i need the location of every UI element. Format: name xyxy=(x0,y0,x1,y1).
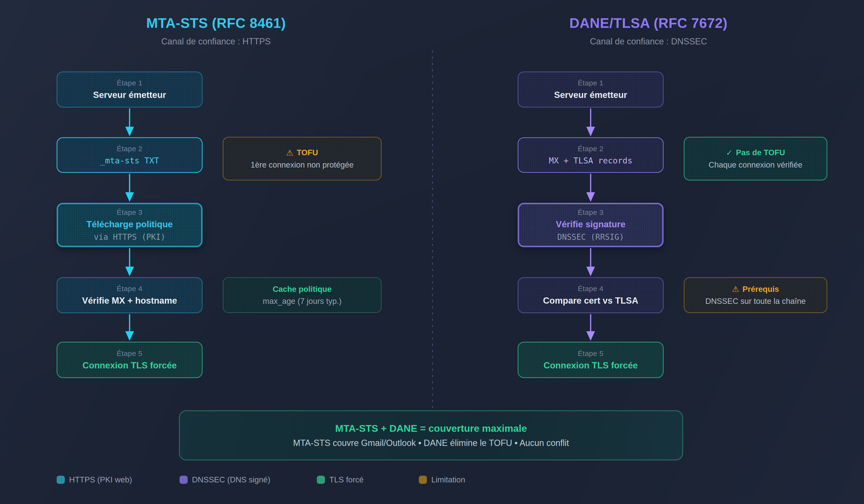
dane-subtitle: Canal de confiance : DNSSEC xyxy=(528,36,768,47)
legend-item-dnssec: DNSSEC (DNS signé) xyxy=(180,475,270,484)
step-title: Télécharge politique xyxy=(86,219,173,229)
step-label: Étape 2 xyxy=(117,145,143,153)
legend-label: HTTPS (PKI web) xyxy=(69,475,132,484)
step-title: MX + TLSA records xyxy=(549,156,632,165)
flow-arrow-down-icon xyxy=(590,108,591,136)
step-detail: via HTTPS (PKI) xyxy=(94,232,165,242)
annotation-body: max_age (7 jours typ.) xyxy=(263,297,341,306)
legend-item-limitation: Limitation xyxy=(419,475,465,484)
legend-swatch-https xyxy=(57,476,65,484)
summary-body: MTA-STS couvre Gmail/Outlook • DANE élim… xyxy=(293,438,569,448)
dane-step-3: Étape 3 Vérifie signature DNSSEC (RRSIG) xyxy=(518,203,663,247)
annotation-title: ⚠ TOFU xyxy=(286,148,318,157)
annotation-body: Chaque connexion vérifiée xyxy=(709,160,803,169)
dane-step-1: Étape 1 Serveur émetteur xyxy=(518,72,663,108)
annotation-title: ✓ Pas de TOFU xyxy=(726,148,785,157)
step-title: Compare cert vs TLSA xyxy=(543,296,638,306)
step-title: Vérifie MX + hostname xyxy=(82,296,177,306)
annotation-title-text: Pas de TOFU xyxy=(736,148,785,157)
step-title: Serveur émetteur xyxy=(554,90,627,100)
step-label: Étape 4 xyxy=(578,285,603,293)
step-title: Connexion TLS forcée xyxy=(544,360,638,371)
step-label: Étape 3 xyxy=(117,208,143,216)
dane-no-tofu-box: ✓ Pas de TOFU Chaque connexion vérifiée xyxy=(684,137,827,180)
flow-arrow-down-icon xyxy=(590,248,591,276)
legend-swatch-limitation xyxy=(419,476,427,484)
legend-item-tls: TLS forcé xyxy=(317,475,363,484)
diagram-canvas: MTA-STS (RFC 8461) Canal de confiance : … xyxy=(0,0,864,504)
legend-label: Limitation xyxy=(431,475,465,484)
mta-sts-cache-box: Cache politique max_age (7 jours typ.) xyxy=(223,277,382,313)
step-title: Serveur émetteur xyxy=(93,90,166,100)
dane-step-2: Étape 2 MX + TLSA records xyxy=(518,137,663,173)
summary-title: MTA-STS + DANE = couverture maximale xyxy=(335,423,527,434)
step-title: Vérifie signature xyxy=(556,219,625,229)
summary-box: MTA-STS + DANE = couverture maximale MTA… xyxy=(179,410,683,460)
mta-sts-step-5: Étape 5 Connexion TLS forcée xyxy=(57,342,203,378)
step-label: Étape 5 xyxy=(578,349,603,358)
flow-arrow-down-icon xyxy=(590,174,591,202)
flow-arrow-down-icon xyxy=(129,248,130,276)
legend-item-https: HTTPS (PKI web) xyxy=(57,475,132,484)
step-label: Étape 5 xyxy=(117,349,143,358)
step-label: Étape 1 xyxy=(117,79,143,87)
mta-sts-subtitle: Canal de confiance : HTTPS xyxy=(96,36,336,47)
annotation-title: ⚠ Prérequis xyxy=(732,285,779,294)
flow-arrow-down-icon xyxy=(129,108,130,136)
mta-sts-step-3: Étape 3 Télécharge politique via HTTPS (… xyxy=(57,203,203,247)
dane-step-5: Étape 5 Connexion TLS forcée xyxy=(518,342,663,378)
legend-swatch-dnssec xyxy=(180,476,188,484)
annotation-body: DNSSEC sur toute la chaîne xyxy=(705,297,806,306)
step-title: Connexion TLS forcée xyxy=(83,360,177,371)
mta-sts-step-4: Étape 4 Vérifie MX + hostname xyxy=(57,277,203,313)
annotation-title-text: Prérequis xyxy=(743,285,779,294)
mta-sts-title: MTA-STS (RFC 8461) xyxy=(96,15,336,31)
warning-icon: ⚠ xyxy=(732,285,739,294)
step-label: Étape 4 xyxy=(117,285,143,293)
annotation-title: Cache politique xyxy=(273,285,332,294)
warning-icon: ⚠ xyxy=(286,148,293,157)
flow-arrow-down-icon xyxy=(129,174,130,202)
step-label: Étape 1 xyxy=(578,79,603,87)
annotation-title-text: TOFU xyxy=(297,148,318,157)
flow-arrow-down-icon xyxy=(129,314,130,341)
check-icon: ✓ xyxy=(726,148,733,157)
center-divider xyxy=(432,50,433,409)
step-label: Étape 2 xyxy=(578,145,603,153)
mta-sts-step-1: Étape 1 Serveur émetteur xyxy=(57,72,203,108)
dane-step-4: Étape 4 Compare cert vs TLSA xyxy=(518,277,663,313)
legend-label: TLS forcé xyxy=(329,475,363,484)
step-detail: DNSSEC (RRSIG) xyxy=(557,232,624,242)
legend-swatch-tls xyxy=(317,476,325,484)
legend-label: DNSSEC (DNS signé) xyxy=(192,475,270,484)
mta-sts-tofu-warning-box: ⚠ TOFU 1ère connexion non protégée xyxy=(223,137,382,180)
flow-arrow-down-icon xyxy=(590,314,591,341)
step-label: Étape 3 xyxy=(578,208,603,216)
step-title: _mta-sts TXT xyxy=(100,156,159,165)
annotation-title-text: Cache politique xyxy=(273,285,332,294)
dane-title: DANE/TLSA (RFC 7672) xyxy=(528,15,768,31)
annotation-body: 1ère connexion non protégée xyxy=(251,160,353,169)
dane-prerequisite-box: ⚠ Prérequis DNSSEC sur toute la chaîne xyxy=(684,277,827,313)
mta-sts-step-2: Étape 2 _mta-sts TXT xyxy=(57,137,203,173)
